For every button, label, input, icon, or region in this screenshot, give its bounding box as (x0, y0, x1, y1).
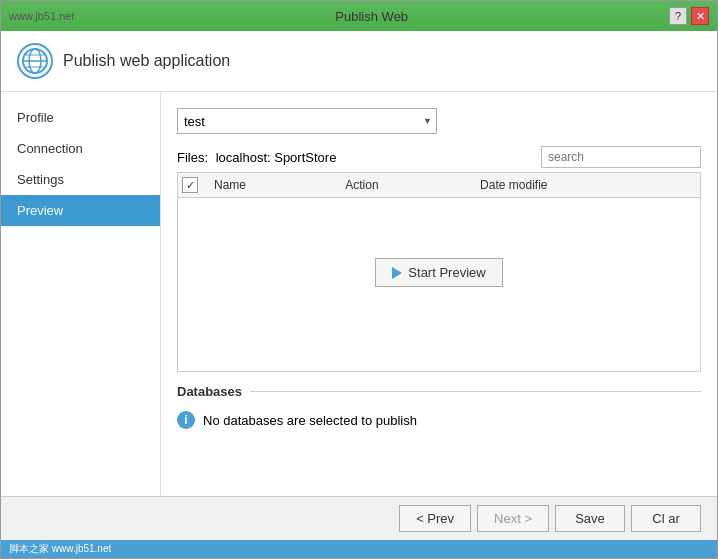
db-info-message: No databases are selected to publish (203, 413, 417, 428)
start-preview-button[interactable]: Start Preview (375, 258, 502, 287)
db-info-row: i No databases are selected to publish (177, 407, 701, 433)
profile-row: test (177, 108, 701, 134)
publish-web-window: www.jb51.net Publish Web ? ✕ Publish web… (0, 0, 718, 559)
databases-section: Databases i No databases are selected to… (177, 384, 701, 433)
action-column-header: Action (337, 173, 472, 198)
info-icon: i (177, 411, 195, 429)
close-footer-button[interactable]: Cl ar (631, 505, 701, 532)
checkbox-header-col (178, 173, 206, 198)
files-section: Files: localhost: SportStore Name (177, 146, 701, 372)
databases-header: Databases (177, 384, 701, 399)
files-label: Files: localhost: SportStore (177, 150, 336, 165)
files-table-container: Name Action Date modifie (177, 172, 701, 372)
files-header: Files: localhost: SportStore (177, 146, 701, 168)
save-button[interactable]: Save (555, 505, 625, 532)
watermark-top-label: www.jb51.net (9, 10, 74, 22)
start-preview-label: Start Preview (408, 265, 485, 280)
close-button[interactable]: ✕ (691, 7, 709, 25)
profile-select[interactable]: test (177, 108, 437, 134)
sidebar-item-preview[interactable]: Preview (1, 195, 160, 226)
title-bar-left: www.jb51.net (9, 10, 74, 22)
title-bar-controls: ? ✕ (669, 7, 709, 25)
play-icon (392, 267, 402, 279)
window-title: Publish Web (74, 9, 669, 24)
sidebar-item-profile[interactable]: Profile (1, 102, 160, 133)
date-modified-column-header: Date modifie (472, 173, 700, 198)
footer: < Prev Next > Save Cl ar (1, 496, 717, 540)
select-all-checkbox[interactable] (182, 177, 198, 193)
profile-select-wrapper[interactable]: test (177, 108, 437, 134)
files-table: Name Action Date modifie (178, 173, 700, 347)
prev-button[interactable]: < Prev (399, 505, 471, 532)
header-title: Publish web application (63, 52, 230, 70)
next-button[interactable]: Next > (477, 505, 549, 532)
search-input[interactable] (541, 146, 701, 168)
header-section: Publish web application (1, 31, 717, 92)
name-column-header: Name (206, 173, 337, 198)
help-button[interactable]: ? (669, 7, 687, 25)
sidebar: Profile Connection Settings Preview (1, 92, 161, 496)
sidebar-item-settings[interactable]: Settings (1, 164, 160, 195)
content-area: test Files: localhost: SportStore (161, 92, 717, 496)
sidebar-item-connection[interactable]: Connection (1, 133, 160, 164)
start-preview-container: Start Preview (178, 198, 700, 347)
main-content: Profile Connection Settings Preview test (1, 92, 717, 496)
title-bar: www.jb51.net Publish Web ? ✕ (1, 1, 717, 31)
watermark-bottom: 脚本之家 www.jb51.net (1, 540, 717, 558)
globe-icon (17, 43, 53, 79)
